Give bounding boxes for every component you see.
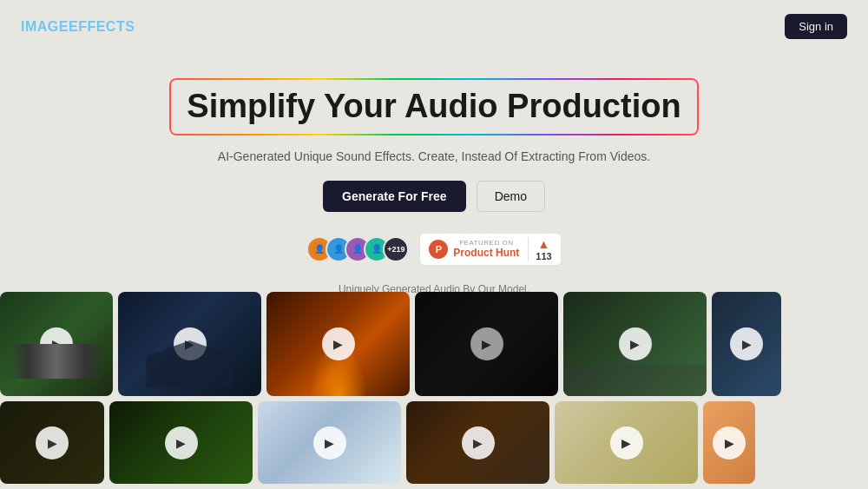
product-hunt-logo: P — [429, 240, 448, 259]
ph-featured-label: FEATURED ON — [453, 239, 519, 247]
play-button[interactable]: ▶ — [40, 327, 73, 360]
ph-score: ▲ 113 — [528, 237, 551, 261]
hero-buttons: Generate For Free Demo — [323, 181, 545, 212]
video-card[interactable]: ▶ — [703, 401, 755, 484]
video-card[interactable]: ▶ — [118, 292, 261, 396]
video-card[interactable]: ▶ — [258, 401, 401, 484]
logo-text: IMAGE — [21, 19, 69, 34]
video-card[interactable]: ▶ — [712, 292, 781, 396]
hero-title: Simplify Your Audio Production — [169, 78, 698, 135]
hero-section: Simplify Your Audio Production AI-Genera… — [0, 52, 868, 307]
generate-button[interactable]: Generate For Free — [323, 181, 466, 212]
video-row-2: ▶ ▶ ▶ ▶ ▶ ▶ — [0, 401, 868, 489]
play-button[interactable]: ▶ — [610, 426, 643, 459]
video-row-1: ▶ ▶ ▶ ▶ ▶ ▶ — [0, 292, 868, 401]
play-button[interactable]: ▶ — [713, 426, 746, 459]
play-button[interactable]: ▶ — [470, 327, 503, 360]
sign-in-button[interactable]: Sign in — [785, 14, 847, 39]
play-button[interactable]: ▶ — [174, 327, 207, 360]
video-card[interactable]: ▶ — [0, 292, 113, 396]
avatar-count: +219 — [383, 236, 409, 262]
play-button[interactable]: ▶ — [313, 426, 346, 459]
video-gallery: ▶ ▶ ▶ ▶ ▶ ▶ ▶ ▶ ▶ ▶ ▶ — [0, 292, 868, 489]
avatar-group: 👤 👤 👤 👤 +219 — [306, 236, 409, 262]
hero-subtitle: AI-Generated Unique Sound Effects. Creat… — [218, 149, 650, 163]
ph-arrow-icon: ▲ — [538, 237, 550, 251]
video-card[interactable]: ▶ — [0, 401, 104, 484]
ph-text: FEATURED ON Product Hunt — [453, 239, 519, 259]
play-button[interactable]: ▶ — [322, 327, 355, 360]
video-card[interactable]: ▶ — [109, 401, 253, 484]
product-hunt-badge[interactable]: P FEATURED ON Product Hunt ▲ 113 — [419, 233, 561, 266]
video-card[interactable]: ▶ — [266, 292, 410, 396]
video-card[interactable]: ▶ — [563, 292, 707, 396]
social-proof: 👤 👤 👤 👤 +219 P FEATURED ON Product Hunt … — [306, 233, 561, 266]
ph-name-label: Product Hunt — [453, 247, 519, 259]
title-wrapper: Simplify Your Audio Production — [169, 78, 698, 135]
play-button[interactable]: ▶ — [165, 426, 198, 459]
logo-accent: EFFECTS — [69, 19, 135, 34]
header: IMAGEEFFECTS Sign in — [0, 0, 868, 53]
demo-button[interactable]: Demo — [477, 181, 545, 212]
ph-score-value: 113 — [536, 251, 551, 261]
play-button[interactable]: ▶ — [36, 426, 69, 459]
play-button[interactable]: ▶ — [462, 426, 495, 459]
play-button[interactable]: ▶ — [619, 327, 652, 360]
logo[interactable]: IMAGEEFFECTS — [21, 19, 135, 35]
play-button[interactable]: ▶ — [730, 327, 763, 360]
video-card[interactable]: ▶ — [555, 401, 698, 484]
video-card[interactable]: ▶ — [406, 401, 549, 484]
video-card[interactable]: ▶ — [415, 292, 558, 396]
